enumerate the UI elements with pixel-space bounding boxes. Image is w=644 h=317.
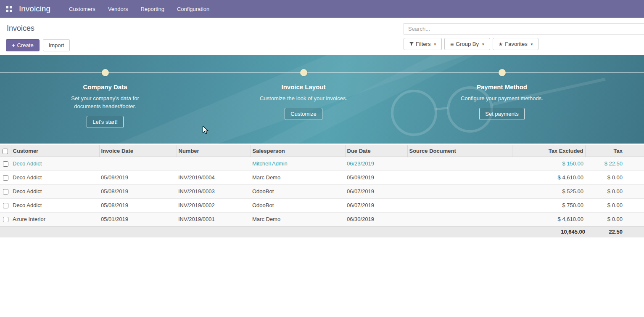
table-total-row: 10,645.00 22.50: [0, 226, 644, 237]
mouse-cursor: [202, 126, 210, 135]
step-description: Configure your payment methods.: [461, 94, 543, 102]
cell-customer[interactable]: Deco Addict: [11, 157, 99, 170]
row-checkbox[interactable]: [3, 161, 8, 167]
row-checkbox[interactable]: [3, 189, 8, 194]
filters-button[interactable]: Filters ▾: [404, 38, 442, 50]
set-payments-button[interactable]: Set payments: [479, 108, 525, 120]
total-tax-excluded: 10,645.00: [512, 226, 585, 237]
cell-due-date[interactable]: 05/09/2019: [345, 170, 407, 184]
step-title: Company Data: [83, 83, 127, 91]
chevron-down-icon: ▾: [434, 42, 436, 46]
search-input[interactable]: [404, 23, 644, 35]
menu-reporting[interactable]: Reporting: [141, 6, 164, 12]
step-dot-icon: [499, 69, 506, 76]
select-all-cell: [0, 145, 11, 157]
col-source-document[interactable]: Source Document: [407, 145, 512, 157]
onboarding-step-company-data: Company Data Set your company's data for…: [6, 55, 204, 144]
cell-tax-excluded[interactable]: $ 150.00: [512, 157, 585, 170]
col-customer[interactable]: Customer: [11, 145, 99, 157]
cell-invoice-date[interactable]: 05/08/2019: [99, 198, 177, 212]
table-row[interactable]: Deco Addict 05/08/2019 INV/2019/0003 Odo…: [0, 184, 644, 198]
cell-tax[interactable]: $ 0.00: [585, 184, 644, 198]
cell-number[interactable]: INV/2019/0002: [177, 198, 251, 212]
cell-number[interactable]: INV/2019/0003: [177, 184, 251, 198]
breadcrumb: Invoices: [7, 24, 70, 33]
cell-number[interactable]: INV/2019/0001: [177, 212, 251, 226]
filters-button-label: Filters: [416, 41, 430, 47]
cell-source-document[interactable]: [407, 170, 512, 184]
cell-customer[interactable]: Azure Interior: [11, 212, 99, 226]
col-tax[interactable]: Tax: [585, 145, 644, 157]
cell-number[interactable]: INV/2019/0004: [177, 170, 251, 184]
navbar: Invoicing Customers Vendors Reporting Co…: [0, 0, 644, 18]
lets-start-button[interactable]: Let's start!: [87, 116, 124, 128]
cell-due-date[interactable]: 06/23/2019: [345, 157, 407, 170]
favorites-button[interactable]: ★ Favorites ▾: [493, 38, 539, 50]
cell-tax-excluded[interactable]: $ 4,610.00: [512, 212, 585, 226]
table-row[interactable]: Deco Addict 05/09/2019 INV/2019/0004 Mar…: [0, 170, 644, 184]
cell-invoice-date[interactable]: 05/09/2019: [99, 170, 177, 184]
top-menu: Customers Vendors Reporting Configuratio…: [69, 6, 209, 12]
menu-vendors[interactable]: Vendors: [108, 6, 128, 12]
cell-tax[interactable]: $ 0.00: [585, 212, 644, 226]
group-by-button-label: Group By: [456, 41, 479, 47]
col-invoice-date[interactable]: Invoice Date: [99, 145, 177, 157]
chevron-down-icon: ▾: [482, 42, 484, 46]
row-checkbox[interactable]: [3, 203, 8, 208]
app-title[interactable]: Invoicing: [19, 4, 50, 13]
col-tax-excluded[interactable]: Tax Excluded: [512, 145, 585, 157]
cell-salesperson[interactable]: OdooBot: [251, 184, 345, 198]
chevron-down-icon: ▾: [531, 42, 533, 46]
onboarding-step-invoice-layout: Invoice Layout Customize the look of you…: [204, 55, 403, 144]
cell-customer[interactable]: Deco Addict: [11, 198, 99, 212]
step-description: Customize the look of your invoices.: [260, 94, 347, 102]
cell-salesperson[interactable]: Marc Demo: [251, 170, 345, 184]
group-by-button[interactable]: ≡ Group By ▾: [444, 38, 490, 50]
row-checkbox[interactable]: [3, 175, 8, 181]
cell-tax-excluded[interactable]: $ 525.00: [512, 184, 585, 198]
cell-due-date[interactable]: 06/07/2019: [345, 184, 407, 198]
cell-due-date[interactable]: 06/30/2019: [345, 212, 407, 226]
cell-tax[interactable]: $ 0.00: [585, 170, 644, 184]
col-number[interactable]: Number: [177, 145, 251, 157]
cell-customer[interactable]: Deco Addict: [11, 170, 99, 184]
cell-customer[interactable]: Deco Addict: [11, 184, 99, 198]
cell-source-document[interactable]: [407, 184, 512, 198]
cell-salesperson[interactable]: OdooBot: [251, 198, 345, 212]
onboarding-banner: Company Data Set your company's data for…: [0, 55, 644, 144]
select-all-checkbox[interactable]: [3, 149, 8, 154]
cell-tax-excluded[interactable]: $ 750.00: [512, 198, 585, 212]
apps-grid-icon[interactable]: [6, 6, 12, 12]
cell-invoice-date[interactable]: 05/01/2019: [99, 212, 177, 226]
row-checkbox[interactable]: [3, 217, 8, 222]
cell-invoice-date[interactable]: [99, 157, 177, 170]
cell-source-document[interactable]: [407, 198, 512, 212]
step-title: Invoice Layout: [281, 83, 325, 91]
cell-tax[interactable]: $ 0.00: [585, 198, 644, 212]
cell-tax[interactable]: $ 22.50: [585, 157, 644, 170]
step-title: Payment Method: [477, 83, 527, 91]
table-row[interactable]: Deco Addict 05/08/2019 INV/2019/0002 Odo…: [0, 198, 644, 212]
table-row[interactable]: Deco Addict Mitchell Admin 06/23/2019 $ …: [0, 157, 644, 170]
cell-invoice-date[interactable]: 05/08/2019: [99, 184, 177, 198]
customize-button[interactable]: Customize: [285, 108, 322, 120]
cell-source-document[interactable]: [407, 157, 512, 170]
cell-due-date[interactable]: 06/07/2019: [345, 198, 407, 212]
step-dot-icon: [300, 69, 307, 76]
col-due-date[interactable]: Due Date: [345, 145, 407, 157]
plus-icon: +: [12, 42, 15, 48]
create-button[interactable]: + Create: [6, 39, 40, 51]
table-row[interactable]: Azure Interior 05/01/2019 INV/2019/0001 …: [0, 212, 644, 226]
control-panel: Invoices + Create Import Filters ▾ ≡ Gro…: [0, 18, 644, 55]
col-salesperson[interactable]: Salesperson: [251, 145, 345, 157]
import-button[interactable]: Import: [43, 39, 70, 51]
cell-number[interactable]: [177, 157, 251, 170]
star-icon: ★: [499, 41, 503, 47]
menu-configuration[interactable]: Configuration: [177, 6, 209, 12]
cell-salesperson[interactable]: Marc Demo: [251, 212, 345, 226]
cell-tax-excluded[interactable]: $ 4,610.00: [512, 170, 585, 184]
create-button-label: Create: [17, 42, 34, 48]
cell-source-document[interactable]: [407, 212, 512, 226]
cell-salesperson[interactable]: Mitchell Admin: [251, 157, 345, 170]
menu-customers[interactable]: Customers: [69, 6, 95, 12]
